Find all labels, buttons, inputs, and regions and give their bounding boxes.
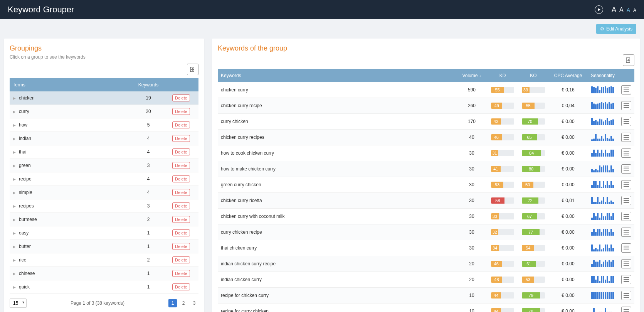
page-button[interactable]: 1 [168, 299, 177, 307]
expand-icon[interactable]: ▶ [13, 96, 16, 100]
grouping-row[interactable]: ▶indian 4 Delete [10, 132, 198, 145]
row-menu-button[interactable] [621, 275, 631, 284]
grouping-row[interactable]: ▶green 3 Delete [10, 159, 198, 172]
row-menu-button[interactable] [621, 85, 631, 94]
expand-icon[interactable]: ▶ [13, 231, 16, 235]
page-button[interactable]: 2 [179, 299, 188, 307]
col-season[interactable]: Seasonality [587, 69, 618, 82]
row-menu-button[interactable] [621, 196, 631, 205]
cpc-value: € 0.00 [549, 161, 587, 177]
col-volume[interactable]: Volume↓ [456, 69, 487, 82]
row-menu-button[interactable] [621, 228, 631, 237]
col-ko[interactable]: KO [518, 69, 549, 82]
row-menu-button[interactable] [621, 148, 631, 158]
keyword-row[interactable]: chicken curry 590 55 33 € 0,16 [218, 82, 634, 98]
keyword-row[interactable]: recipe for curry chicken 10 44 78 € 0.00 [218, 304, 634, 312]
delete-button[interactable]: Delete [172, 121, 190, 128]
grouping-row[interactable]: ▶simple 4 Delete [10, 186, 198, 199]
grouping-row[interactable]: ▶quick 1 Delete [10, 280, 198, 294]
page-button[interactable]: 3 [190, 299, 198, 307]
expand-icon[interactable]: ▶ [13, 191, 16, 195]
row-menu-button[interactable] [621, 133, 631, 142]
delete-button[interactable]: Delete [172, 94, 190, 101]
keyword-row[interactable]: how to cook chicken curry 30 31 84 € 0.0… [218, 145, 634, 161]
export-button[interactable] [623, 54, 634, 66]
keyword-row[interactable]: curry chicken recipe 30 32 77 € 0.00 [218, 224, 634, 240]
grouping-row[interactable]: ▶chicken 19 Delete [10, 91, 198, 105]
expand-icon[interactable]: ▶ [13, 218, 16, 222]
expand-icon[interactable]: ▶ [13, 204, 16, 208]
delete-button[interactable]: Delete [172, 283, 190, 290]
delete-button[interactable]: Delete [172, 189, 190, 196]
expand-icon[interactable]: ▶ [13, 245, 16, 249]
col-terms[interactable]: Terms [10, 78, 133, 91]
row-menu-button[interactable] [621, 117, 631, 126]
col-kd[interactable]: KD [487, 69, 518, 82]
keyword-row[interactable]: green curry chicken 30 53 50 € 0.00 [218, 177, 634, 193]
keyword-row[interactable]: thai chicken curry 30 34 54 € 0.00 [218, 240, 634, 256]
expand-icon[interactable]: ▶ [13, 137, 16, 141]
delete-button[interactable]: Delete [172, 229, 190, 236]
col-keywords[interactable]: Keywords [133, 78, 164, 91]
grouping-row[interactable]: ▶recipes 3 Delete [10, 199, 198, 213]
keyword-row[interactable]: chicken curry recipes 40 46 65 € 0.00 [218, 130, 634, 145]
expand-icon[interactable]: ▶ [13, 150, 16, 154]
keyword-row[interactable]: how to make chicken curry 30 41 80 € 0.0… [218, 161, 634, 177]
keyword-row[interactable]: recipe for chicken curry 10 44 79 € 0.00 [218, 288, 634, 304]
font-size-button[interactable]: A [612, 6, 616, 13]
play-icon[interactable] [595, 5, 603, 14]
grouping-row[interactable]: ▶curry 20 Delete [10, 105, 198, 118]
expand-icon[interactable]: ▶ [13, 164, 16, 168]
delete-button[interactable]: Delete [172, 162, 190, 169]
expand-icon[interactable]: ▶ [13, 272, 16, 276]
grouping-row[interactable]: ▶recipe 4 Delete [10, 172, 198, 186]
svg-rect-146 [595, 280, 597, 283]
row-menu-button[interactable] [621, 259, 631, 268]
row-menu-button[interactable] [621, 180, 631, 189]
keyword-row[interactable]: indian chicken curry 20 48 53 € 0.00 [218, 272, 634, 288]
topbar: Keyword Grouper AAAA [0, 0, 644, 19]
expand-icon[interactable]: ▶ [13, 258, 16, 262]
grouping-row[interactable]: ▶how 5 Delete [10, 118, 198, 132]
delete-button[interactable]: Delete [172, 108, 190, 115]
font-size-button[interactable]: A [627, 7, 630, 13]
delete-button[interactable]: Delete [172, 135, 190, 142]
grouping-row[interactable]: ▶easy 1 Delete [10, 226, 198, 240]
keyword-row[interactable]: indian chicken curry recipe 20 46 61 € 0… [218, 256, 634, 272]
groupings-page-size[interactable]: 15 [10, 299, 27, 308]
row-menu-button[interactable] [621, 212, 631, 221]
font-size-button[interactable]: A [619, 7, 624, 13]
seasonality-chart [587, 288, 618, 304]
grouping-row[interactable]: ▶butter 1 Delete [10, 240, 198, 253]
keyword-row[interactable]: chicken curry with coconut milk 30 33 67… [218, 209, 634, 224]
row-menu-button[interactable] [621, 243, 631, 253]
expand-icon[interactable]: ▶ [13, 177, 16, 181]
grouping-row[interactable]: ▶chinese 1 Delete [10, 267, 198, 280]
delete-button[interactable]: Delete [172, 256, 190, 263]
expand-icon[interactable]: ▶ [13, 123, 16, 127]
menu-icon [624, 230, 629, 234]
delete-button[interactable]: Delete [172, 148, 190, 155]
col-cpc[interactable]: CPC Average [549, 69, 587, 82]
edit-analysis-button[interactable]: ⚙ Edit Analysis [596, 24, 636, 34]
delete-button[interactable]: Delete [172, 202, 190, 209]
delete-button[interactable]: Delete [172, 175, 190, 182]
keyword-row[interactable]: curry chicken 170 43 70 € 0.00 [218, 114, 634, 130]
col-kw[interactable]: Keywords [218, 69, 456, 82]
font-size-button[interactable]: A [633, 8, 636, 13]
row-menu-button[interactable] [621, 101, 631, 110]
grouping-row[interactable]: ▶rice 2 Delete [10, 253, 198, 267]
export-button[interactable] [187, 64, 198, 75]
row-menu-button[interactable] [621, 164, 631, 174]
row-menu-button[interactable] [621, 307, 631, 312]
row-menu-button[interactable] [621, 291, 631, 300]
expand-icon[interactable]: ▶ [13, 285, 16, 289]
grouping-row[interactable]: ▶thai 4 Delete [10, 145, 198, 159]
delete-button[interactable]: Delete [172, 270, 190, 277]
delete-button[interactable]: Delete [172, 216, 190, 223]
grouping-row[interactable]: ▶burmese 2 Delete [10, 213, 198, 226]
keyword-row[interactable]: chicken curry ricetta 30 58 72 € 0,01 [218, 193, 634, 209]
keyword-row[interactable]: chicken curry recipe 260 49 55 € 0,04 [218, 98, 634, 114]
expand-icon[interactable]: ▶ [13, 110, 16, 114]
delete-button[interactable]: Delete [172, 243, 190, 250]
